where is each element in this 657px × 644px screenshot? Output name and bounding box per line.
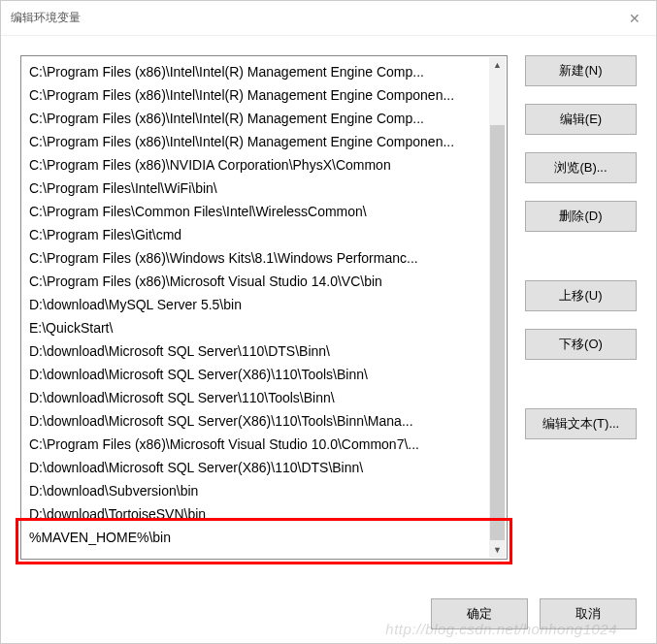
edit-button[interactable]: 编辑(E) [525,104,637,135]
close-icon[interactable]: ✕ [625,11,644,26]
window-title: 编辑环境变量 [11,10,81,26]
scroll-down-icon[interactable]: ▼ [493,542,502,558]
cancel-button[interactable]: 取消 [540,598,637,629]
list-item[interactable]: C:\Program Files (x86)\Intel\Intel(R) Ma… [21,130,489,153]
list-item[interactable]: C:\Program Files (x86)\Windows Kits\8.1\… [21,246,489,270]
browse-button[interactable]: 浏览(B)... [525,152,637,183]
list-item[interactable]: D:\download\Microsoft SQL Server(X86)\11… [21,363,489,386]
button-column: 新建(N) 编辑(E) 浏览(B)... 删除(D) 上移(U) 下移(O) 编… [525,55,637,560]
list-item[interactable]: %MAVEN_HOME%\bin [21,526,489,549]
list-item[interactable]: C:\Program Files (x86)\Intel\Intel(R) Ma… [21,83,489,107]
list-item[interactable]: E:\QuickStart\ [21,316,489,339]
list-item[interactable]: D:\download\TortoiseSVN\bin [21,502,489,526]
list-item[interactable]: C:\Program Files (x86)\NVIDIA Corporatio… [21,153,489,177]
edittext-button[interactable]: 编辑文本(T)... [525,408,637,439]
list-item[interactable]: C:\Program Files (x86)\Intel\Intel(R) Ma… [21,60,489,83]
list-item[interactable]: D:\download\Microsoft SQL Server(X86)\11… [21,456,489,479]
list-item[interactable]: C:\Program Files (x86)\Microsoft Visual … [21,270,489,293]
list-item[interactable]: C:\Program Files\Common Files\Intel\Wire… [21,200,489,223]
ok-button[interactable]: 确定 [431,598,528,629]
list-item[interactable]: D:\download\Microsoft SQL Server(X86)\11… [21,409,489,433]
delete-button[interactable]: 删除(D) [525,201,637,232]
scrollbar[interactable]: ▲ ▼ [489,57,506,558]
list-item[interactable]: C:\Program Files (x86)\Intel\Intel(R) Ma… [21,107,489,130]
content-area: C:\Program Files (x86)\Intel\Intel(R) Ma… [1,36,656,569]
path-listbox[interactable]: C:\Program Files (x86)\Intel\Intel(R) Ma… [20,55,508,560]
new-button[interactable]: 新建(N) [525,55,637,86]
list-item[interactable]: C:\Program Files\Git\cmd [21,223,489,246]
moveup-button[interactable]: 上移(U) [525,280,637,311]
scroll-up-icon[interactable]: ▲ [493,57,502,73]
list-item[interactable]: D:\download\Microsoft SQL Server\110\Too… [21,386,489,409]
list-item[interactable]: D:\download\MySQL Server 5.5\bin [21,293,489,316]
titlebar: 编辑环境变量 ✕ [1,1,656,36]
list-item[interactable]: C:\Program Files\Intel\WiFi\bin\ [21,177,489,200]
footer-buttons: 确定 取消 [431,598,637,629]
list-item[interactable]: C:\Program Files (x86)\Microsoft Visual … [21,433,489,456]
scroll-thumb[interactable] [490,125,505,540]
list-item[interactable]: D:\download\Subversion\bin [21,479,489,502]
list-wrapper: C:\Program Files (x86)\Intel\Intel(R) Ma… [20,55,508,560]
list-item[interactable]: D:\download\Microsoft SQL Server\110\DTS… [21,339,489,363]
movedown-button[interactable]: 下移(O) [525,329,637,360]
